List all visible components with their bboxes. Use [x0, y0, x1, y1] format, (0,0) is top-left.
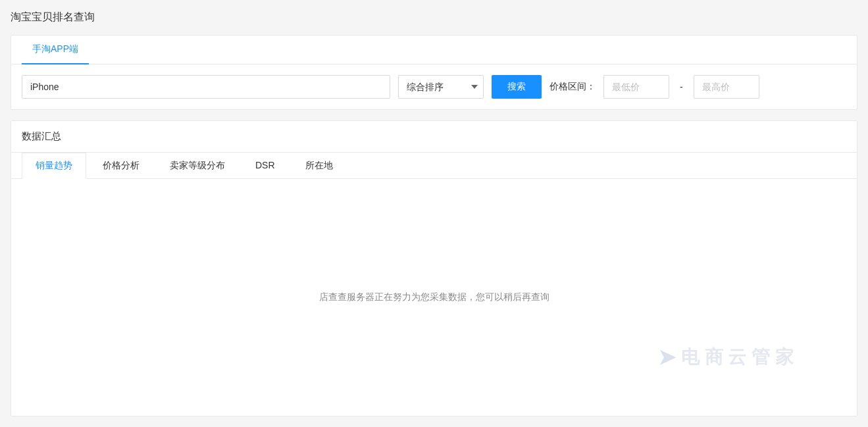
price-max-input[interactable] [694, 75, 759, 99]
inner-tab-nav: 销量趋势 价格分析 卖家等级分布 DSR 所在地 [11, 153, 857, 179]
inner-tab-location[interactable]: 所在地 [292, 153, 347, 179]
tab-content-area: 店查查服务器正在努力为您采集数据，您可以稍后再查询 ➤ 电 商 云 管 家 [11, 179, 857, 416]
inner-tab-price-analysis[interactable]: 价格分析 [89, 153, 153, 179]
price-dash: - [677, 82, 686, 92]
inner-tab-dsr[interactable]: DSR [242, 153, 289, 179]
watermark: ➤ 电 商 云 管 家 [658, 345, 794, 370]
search-button[interactable]: 搜索 [492, 75, 542, 99]
content-body: 店查查服务器正在努力为您采集数据，您可以稍后再查询 ➤ 电 商 云 管 家 [22, 205, 846, 389]
price-range-label: 价格区间： [549, 81, 596, 93]
inner-tab-seller-level[interactable]: 卖家等级分布 [156, 153, 239, 179]
top-card: 手淘APP端 综合排序 销量 价格 搜索 价格区间： - [11, 35, 857, 110]
top-tab-nav: 手淘APP端 [11, 36, 857, 64]
sort-select[interactable]: 综合排序 销量 价格 [398, 75, 484, 99]
search-row: 综合排序 销量 价格 搜索 价格区间： - [11, 64, 857, 109]
price-min-input[interactable] [603, 75, 669, 99]
watermark-icon: ➤ [658, 345, 676, 370]
tab-shou-tao[interactable]: 手淘APP端 [22, 36, 89, 64]
watermark-text: 电 商 云 管 家 [681, 345, 794, 370]
page-wrapper: 淘宝宝贝排名查询 手淘APP端 综合排序 销量 价格 搜索 价格区间： - 数据… [0, 0, 868, 427]
search-input[interactable] [22, 75, 390, 99]
inner-tab-sales-trend[interactable]: 销量趋势 [22, 153, 86, 179]
loading-message: 店查查服务器正在努力为您采集数据，您可以稍后再查询 [319, 291, 549, 303]
page-title: 淘宝宝贝排名查询 [11, 11, 857, 24]
data-summary-card: 数据汇总 销量趋势 价格分析 卖家等级分布 DSR 所在地 店查查服务器正在努力… [11, 120, 857, 416]
data-summary-title: 数据汇总 [11, 121, 857, 153]
